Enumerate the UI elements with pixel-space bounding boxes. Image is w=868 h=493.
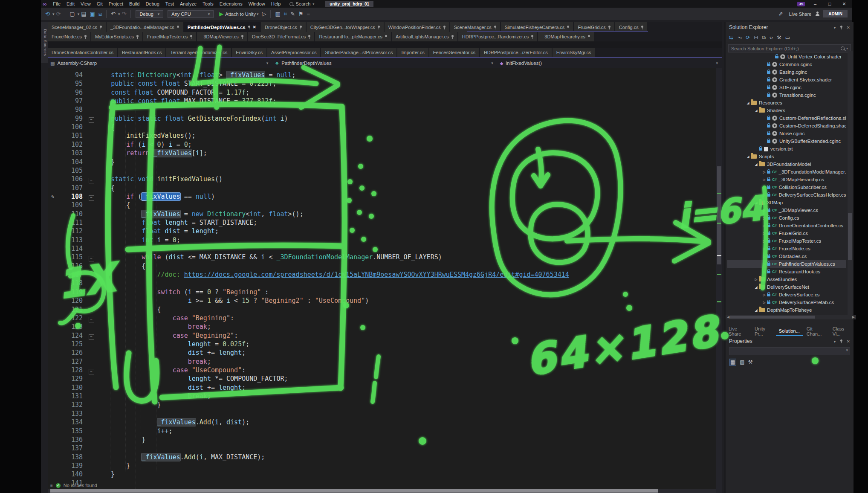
tool-tab-class-vi-[interactable]: Class Vi... — [830, 327, 854, 336]
scrollbar-thumb[interactable] — [717, 166, 721, 264]
expander-collapsed-icon[interactable]: ▷ — [761, 209, 767, 212]
expander-collapsed-icon[interactable]: ▷ — [761, 186, 767, 189]
document-health-indicator[interactable]: ≡ ✓ No issues found — [50, 483, 97, 488]
refresh-icon[interactable]: ⟳ — [746, 35, 750, 41]
tree-item-obstacles-cs[interactable]: ▷C#Obstacles.cs — [727, 252, 846, 260]
pin-icon[interactable] — [84, 35, 87, 37]
minimize-button[interactable]: – — [811, 1, 819, 6]
tool-tab-unity-pr-[interactable]: Unity Pr... — [752, 327, 775, 336]
tree-item-fruxelmaptester-cs[interactable]: ▷C#FruxelMapTester.cs — [727, 237, 846, 245]
expander-collapsed-icon[interactable]: ▷ — [761, 270, 767, 274]
pending-changes-filter-icon[interactable]: ◔▾ — [737, 35, 742, 41]
tree-item-scripts[interactable]: ◢Scripts — [727, 153, 846, 160]
scrollbar-thumb[interactable] — [848, 213, 852, 260]
code-line-134[interactable]: 134 _fixValues.Add(i, dist); — [48, 418, 249, 426]
expander-collapsed-icon[interactable]: ▷ — [761, 224, 767, 228]
code-line-107[interactable]: 107 { — [48, 184, 115, 192]
live-share-label[interactable]: Live Share — [789, 12, 812, 17]
pin-icon[interactable] — [567, 26, 569, 28]
tab-fruxelgrid-cs[interactable]: FruxelGrid.cs — [574, 22, 614, 32]
tab--3dmapviewer-cs[interactable]: _3DMapViewer.cs — [197, 32, 247, 41]
code-line-102[interactable]: 102 if (i < 0) i = 0; — [48, 140, 192, 149]
expander-collapsed-icon[interactable]: ▷ — [761, 255, 767, 258]
maximize-button[interactable]: □ — [825, 1, 834, 6]
code-line-111[interactable]: 111 float lenght = START_DISTANCE; — [48, 218, 257, 227]
pin-icon[interactable] — [443, 26, 446, 28]
code-line-125[interactable]: 125 lenght = 0.025f; — [48, 340, 249, 348]
tab-assetpreprocessor-cs[interactable]: AssetPreprocessor.cs — [267, 48, 320, 57]
tree-item-sdf-cginc[interactable]: SDF.cginc — [727, 84, 846, 91]
chevron-down-icon[interactable]: ▾ — [118, 12, 120, 16]
chevron-down-icon[interactable]: ▾ — [834, 339, 836, 344]
fold-marker[interactable]: − — [87, 366, 95, 374]
expander-expanded-icon[interactable]: ◢ — [753, 162, 759, 166]
menu-help[interactable]: Help — [268, 0, 284, 8]
code-line-113[interactable]: 113 int i = 0; — [48, 236, 180, 244]
pin-icon[interactable] — [531, 35, 533, 37]
tree-item-fruxelgrid-cs[interactable]: ▷C#FruxelGrid.cs — [727, 229, 846, 237]
tab-myeditorscripts-cs[interactable]: MyEditorScripts.cs — [91, 32, 142, 41]
tree-item-fruxelnode-cs[interactable]: ▷C#FruxelNode.cs — [727, 245, 846, 252]
tab-simulatedfisheyecamera-cs[interactable]: SimulatedFisheyeCamera.cs — [501, 22, 573, 32]
close-icon[interactable]: ✕ — [847, 339, 850, 344]
fold-marker[interactable]: − — [87, 314, 95, 322]
pin-icon[interactable] — [451, 35, 454, 37]
start-without-debug-icon[interactable]: ▷ — [262, 11, 266, 17]
menu-extensions[interactable]: Extensions — [217, 0, 246, 8]
tab--3dfoundatio-delmanager-cs[interactable]: _3DFoundatio...delManager.cs — [107, 22, 183, 32]
tree-item-version-txt[interactable]: version.txt — [727, 145, 846, 153]
tree-item-gradient-skybox-shader[interactable]: Gradient Skybox.shader — [727, 76, 846, 84]
code-line-118[interactable]: 118 — [48, 279, 95, 287]
scrollbar-thumb[interactable] — [730, 316, 815, 319]
admin-account-button[interactable]: ADMIN — [823, 10, 848, 17]
breadcrumb-project-dropdown[interactable]: ▤ Assembly-CSharp ▾ — [48, 61, 272, 66]
tab-shaderpackage-stprocessor-cs[interactable]: ShaderPackage...stProcessor.cs — [321, 48, 396, 57]
close-icon[interactable]: ✕ — [847, 25, 850, 30]
menu-test[interactable]: Test — [162, 0, 177, 8]
tree-item-resources[interactable]: ◢Resources — [727, 99, 846, 107]
code-line-132[interactable]: 132 } — [48, 400, 161, 409]
tab-droneorientationcontroller-cs[interactable]: DroneOrientationController.cs — [48, 48, 117, 57]
close-icon[interactable]: ✕ — [253, 25, 256, 29]
code-line-108[interactable]: ✎108− if (_fixValues == null) — [48, 192, 215, 201]
code-line-128[interactable]: 128− case "UseCompound": — [48, 366, 246, 374]
expander-collapsed-icon[interactable]: ▷ — [753, 278, 759, 281]
expander-collapsed-icon[interactable]: ▷ — [761, 170, 767, 174]
code-line-105[interactable]: 105 — [48, 166, 95, 175]
start-debug-icon[interactable]: ▶ — [219, 11, 223, 17]
expander-collapsed-icon[interactable]: ▷ — [761, 216, 767, 220]
tree-item-transitions-cginc[interactable]: Transitions.cginc — [727, 91, 846, 99]
tree-item-restauranthook-cs[interactable]: ▷C#RestaurantHook.cs — [727, 268, 846, 276]
menu-debug[interactable]: Debug — [142, 0, 162, 8]
tree-item-custom-deferredshading-shader[interactable]: Custom-DeferredShading.shader — [727, 122, 846, 130]
tab-hdrppostproc-randomizer-cs[interactable]: HDRPPostproc...Randomizer.cs — [458, 32, 538, 41]
properties-object-dropdown[interactable] — [729, 347, 850, 355]
tab-restauranthook-cs[interactable]: RestaurantHook.cs — [118, 48, 166, 57]
code-line-115[interactable]: 115− while (dist <= MAX_DISTANCE && i < … — [48, 253, 442, 261]
code-line-117[interactable]: 117 //doc: https://docs.google.com/sprea… — [48, 270, 569, 279]
view-code-icon[interactable]: ‹› — [770, 35, 773, 41]
pin-icon[interactable] — [840, 26, 842, 28]
fold-marker[interactable]: − — [87, 331, 95, 340]
chevron-down-icon[interactable]: ▾ — [257, 12, 259, 16]
expander-expanded-icon[interactable]: ◢ — [753, 201, 759, 205]
code-editor[interactable]: 94 static Dictionary<int, float> _fixVal… — [48, 68, 716, 493]
sync-with-active-document-icon[interactable]: ⧉ — [762, 35, 766, 41]
tab-droneobject-cs[interactable]: DroneObject.cs — [261, 22, 306, 32]
solution-explorer-vertical-scrollbar[interactable] — [848, 51, 853, 315]
tree-item--3dfoundationmodelmanager-cs[interactable]: ▷C#_3DFoundationModelManager.cs — [727, 168, 846, 176]
fold-marker[interactable]: − — [87, 253, 95, 261]
code-line-130[interactable]: 130 dist += lenght; — [48, 383, 246, 392]
pin-icon[interactable] — [308, 35, 310, 37]
tree-item-noise-cginc[interactable]: Noise.cginc — [727, 130, 846, 137]
tree-item-shaders[interactable]: ◢Shaders — [727, 107, 846, 114]
scrollbar-thumb[interactable] — [50, 489, 658, 493]
fold-marker[interactable]: − — [87, 192, 95, 201]
new-file-icon[interactable]: ▢ — [69, 11, 75, 17]
undo-icon[interactable]: ↶ — [111, 11, 116, 17]
tab-terrainlayerrandomizer-cs[interactable]: TerrainLayerRandomizer.cs — [166, 48, 231, 57]
configuration-dropdown[interactable]: Debug▾ — [136, 10, 163, 18]
tree-item--3dmapviewer-cs[interactable]: ▷C#_3DMapViewer.cs — [727, 206, 846, 214]
menu-file[interactable]: File — [50, 0, 64, 8]
code-line-126[interactable]: 126 dist += lenght; — [48, 348, 246, 357]
